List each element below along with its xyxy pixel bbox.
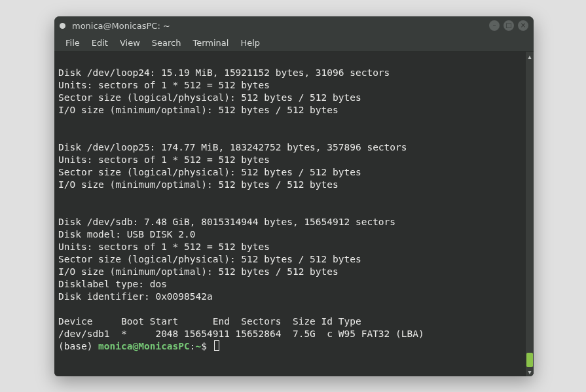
output-line: Sector size (logical/physical): 512 byte… — [58, 254, 361, 264]
scroll-down-icon[interactable]: ▾ — [526, 367, 534, 376]
output-line: Units: sectors of 1 * 512 = 512 bytes — [58, 80, 270, 90]
prompt-base: (base) — [58, 341, 98, 351]
maximize-button[interactable]: □ — [504, 20, 514, 31]
output-line: /dev/sdb1 * 2048 15654911 15652864 7.5G … — [58, 329, 424, 339]
output-line: Units: sectors of 1 * 512 = 512 bytes — [58, 154, 270, 165]
terminal-output[interactable]: Disk /dev/loop24: 15.19 MiB, 15921152 by… — [54, 52, 526, 376]
output-line: Disk /dev/sdb: 7.48 GiB, 8015314944 byte… — [58, 217, 395, 227]
prompt-path: ~ — [196, 341, 202, 351]
scroll-thumb[interactable] — [526, 353, 533, 367]
output-line: I/O size (minimum/optimal): 512 bytes / … — [58, 105, 339, 115]
output-line: Device Boot Start End Sectors Size Id Ty… — [58, 316, 361, 327]
menu-terminal[interactable]: Terminal — [188, 37, 233, 49]
output-line: Disk model: USB DISK 2.0 — [58, 229, 196, 240]
app-indicator-icon — [60, 23, 65, 29]
terminal-area: Disk /dev/loop24: 15.19 MiB, 15921152 by… — [54, 52, 534, 376]
output-line: Disk /dev/loop25: 174.77 MiB, 183242752 … — [58, 142, 407, 152]
output-line: I/O size (minimum/optimal): 512 bytes / … — [58, 266, 339, 277]
menu-edit[interactable]: Edit — [87, 37, 113, 49]
prompt-symbol: $ — [201, 341, 212, 351]
terminal-window: monica@MonicasPC: ~ – □ × File Edit View… — [54, 16, 534, 376]
titlebar[interactable]: monica@MonicasPC: ~ – □ × — [54, 16, 534, 35]
window-title: monica@MonicasPC: ~ — [72, 21, 489, 31]
menu-search[interactable]: Search — [147, 37, 186, 49]
prompt-user: monica@MonicasPC — [98, 341, 190, 351]
output-line: Sector size (logical/physical): 512 byte… — [58, 92, 361, 103]
output-line: I/O size (minimum/optimal): 512 bytes / … — [58, 179, 339, 190]
prompt-sep: : — [190, 341, 196, 351]
output-line: Units: sectors of 1 * 512 = 512 bytes — [58, 241, 270, 252]
output-line: Disk identifier: 0x0098542a — [58, 291, 213, 302]
menubar: File Edit View Search Terminal Help — [54, 35, 534, 52]
output-line: Disklabel type: dos — [58, 279, 167, 289]
output-line: Disk /dev/loop24: 15.19 MiB, 15921152 by… — [58, 67, 390, 78]
minimize-button[interactable]: – — [489, 20, 500, 31]
blank-line — [58, 55, 64, 65]
scrollbar[interactable]: ▴ ▾ — [526, 52, 534, 376]
close-button[interactable]: × — [518, 20, 528, 31]
cursor-icon — [214, 340, 219, 351]
menu-view[interactable]: View — [115, 37, 145, 49]
output-line: Sector size (logical/physical): 512 byte… — [58, 167, 361, 177]
menu-file[interactable]: File — [61, 37, 84, 49]
menu-help[interactable]: Help — [236, 37, 265, 49]
window-controls: – □ × — [489, 20, 528, 31]
scroll-up-icon[interactable]: ▴ — [526, 52, 534, 61]
